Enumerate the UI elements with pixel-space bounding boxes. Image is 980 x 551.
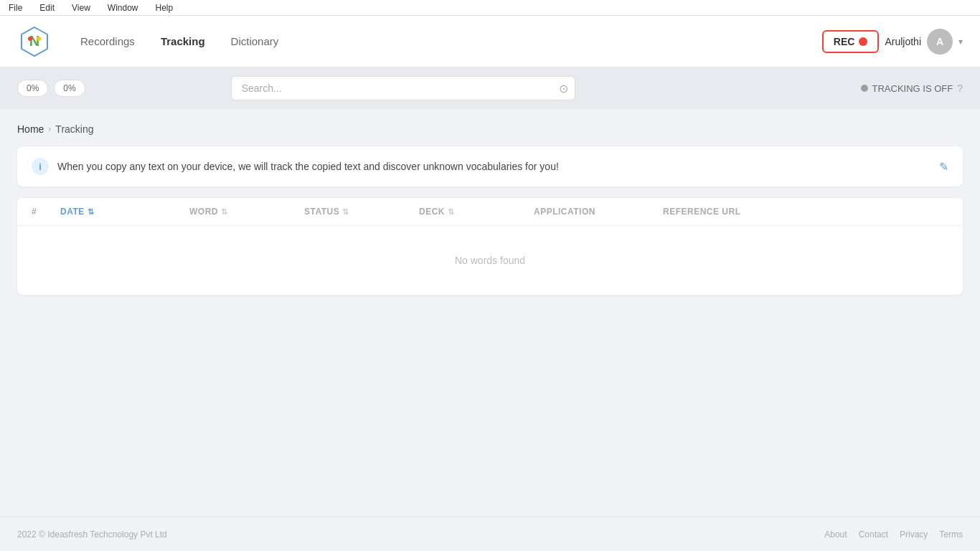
- user-section[interactable]: Aruljothi A ▾: [885, 29, 963, 55]
- col-hash: #: [32, 207, 60, 217]
- info-text: When you copy any text on your device, w…: [57, 161, 930, 172]
- col-deck[interactable]: DECK ⇅: [419, 207, 534, 217]
- rec-button[interactable]: REC: [822, 30, 880, 53]
- chevron-down-icon: ▾: [958, 37, 963, 47]
- tracking-dot: [861, 85, 868, 92]
- menu-view[interactable]: View: [69, 1, 93, 14]
- tracking-label: TRACKING IS OFF: [872, 83, 953, 94]
- sort-status-icon: ⇅: [342, 207, 349, 217]
- col-word[interactable]: WORD ⇅: [189, 207, 304, 217]
- table-body: No words found: [17, 226, 963, 295]
- sort-date-icon: ⇅: [88, 207, 95, 217]
- breadcrumb-current: Tracking: [55, 123, 93, 135]
- menu-window[interactable]: Window: [105, 1, 141, 14]
- stat-badge-2[interactable]: 0%: [54, 80, 85, 97]
- nav-recordings[interactable]: Recordings: [69, 29, 146, 53]
- rec-label: REC: [834, 36, 855, 47]
- table-container: # DATE ⇅ WORD ⇅ STATUS ⇅ DECK ⇅ APPLICAT…: [17, 198, 963, 295]
- sort-deck-icon: ⇅: [448, 207, 455, 217]
- col-application: APPLICATION: [534, 207, 663, 217]
- footer-links: About Contact Privacy Terms: [824, 529, 963, 540]
- logo[interactable]: N: [17, 24, 52, 59]
- breadcrumb-home[interactable]: Home: [17, 123, 44, 135]
- footer-privacy[interactable]: Privacy: [900, 529, 928, 540]
- topnav: N Recordings Tracking Dictionary REC Aru…: [0, 16, 980, 67]
- svg-text:N: N: [29, 33, 39, 49]
- nav-dictionary[interactable]: Dictionary: [220, 29, 291, 53]
- menubar: File Edit View Window Help: [0, 0, 980, 16]
- main-content: Home › Tracking i When you copy any text…: [0, 109, 980, 517]
- info-banner: i When you copy any text on your device,…: [17, 146, 963, 187]
- edit-icon[interactable]: ✎: [939, 160, 948, 174]
- svg-point-3: [37, 37, 41, 41]
- tracking-status: TRACKING IS OFF ?: [861, 83, 963, 94]
- menu-help[interactable]: Help: [153, 1, 176, 14]
- breadcrumb-separator: ›: [48, 124, 51, 134]
- username: Aruljothi: [885, 36, 921, 47]
- menu-edit[interactable]: Edit: [37, 1, 57, 14]
- help-icon[interactable]: ?: [957, 83, 963, 94]
- menu-file[interactable]: File: [6, 1, 25, 14]
- footer-about[interactable]: About: [824, 529, 847, 540]
- search-icon: ⊙: [559, 82, 568, 95]
- breadcrumb: Home › Tracking: [17, 123, 963, 135]
- col-status[interactable]: STATUS ⇅: [304, 207, 419, 217]
- info-icon: i: [32, 158, 49, 175]
- footer-copyright: 2022 © Ideasfresh Techcnology Pvt Ltd: [17, 529, 167, 540]
- stat-badge-1[interactable]: 0%: [17, 80, 48, 97]
- avatar: A: [927, 29, 953, 55]
- table-header: # DATE ⇅ WORD ⇅ STATUS ⇅ DECK ⇅ APPLICAT…: [17, 198, 963, 226]
- footer: 2022 © Ideasfresh Techcnology Pvt Ltd Ab…: [0, 517, 980, 551]
- nav-tracking[interactable]: Tracking: [149, 29, 217, 53]
- col-reference-url: REFERENCE URL: [663, 207, 948, 217]
- rec-dot: [859, 37, 867, 46]
- toolbar: 0% 0% ⊙ TRACKING IS OFF ?: [0, 67, 980, 109]
- col-date[interactable]: DATE ⇅: [60, 207, 189, 217]
- footer-contact[interactable]: Contact: [859, 529, 888, 540]
- search-container: ⊙: [231, 76, 575, 100]
- nav-links: Recordings Tracking Dictionary: [69, 29, 816, 53]
- svg-point-2: [28, 37, 32, 41]
- footer-terms[interactable]: Terms: [939, 529, 963, 540]
- sort-word-icon: ⇅: [221, 207, 228, 217]
- search-input[interactable]: [231, 76, 575, 100]
- empty-message: No words found: [455, 255, 525, 266]
